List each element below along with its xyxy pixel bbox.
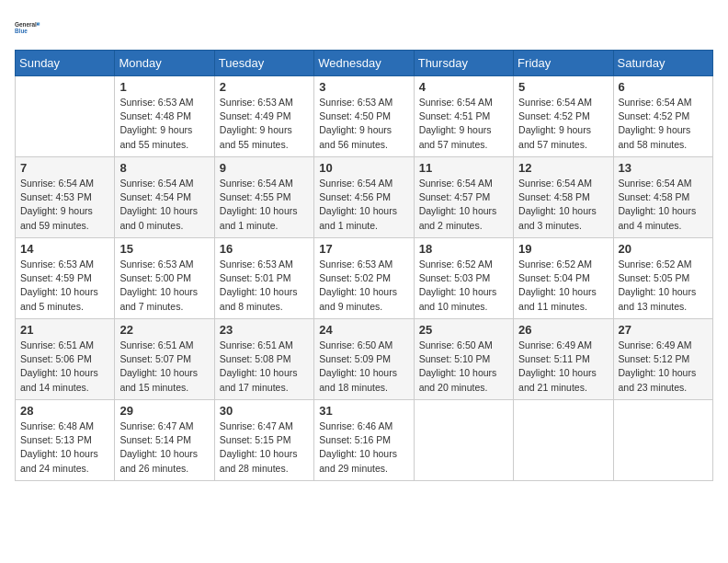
week-row-4: 21Sunrise: 6:51 AMSunset: 5:06 PMDayligh… xyxy=(16,319,713,400)
day-number: 27 xyxy=(619,323,708,337)
week-row-2: 7Sunrise: 6:54 AMSunset: 4:53 PMDaylight… xyxy=(16,157,713,238)
day-number: 20 xyxy=(619,242,708,256)
day-cell: 26Sunrise: 6:49 AMSunset: 5:11 PMDayligh… xyxy=(514,319,613,400)
day-cell: 15Sunrise: 6:53 AMSunset: 5:00 PMDayligh… xyxy=(115,238,214,319)
week-row-5: 28Sunrise: 6:48 AMSunset: 5:13 PMDayligh… xyxy=(16,400,713,481)
day-info: Sunrise: 6:54 AMSunset: 4:57 PMDaylight:… xyxy=(419,177,508,233)
logo-icon: General Blue xyxy=(15,15,40,40)
page-header: General Blue xyxy=(15,15,713,40)
day-info: Sunrise: 6:53 AMSunset: 5:00 PMDaylight:… xyxy=(119,258,209,314)
day-number: 6 xyxy=(619,80,708,94)
day-cell: 7Sunrise: 6:54 AMSunset: 4:53 PMDaylight… xyxy=(16,157,115,238)
day-info: Sunrise: 6:54 AMSunset: 4:58 PMDaylight:… xyxy=(619,177,708,233)
day-cell: 31Sunrise: 6:46 AMSunset: 5:16 PMDayligh… xyxy=(314,400,414,481)
day-info: Sunrise: 6:54 AMSunset: 4:56 PMDaylight:… xyxy=(319,177,408,233)
day-info: Sunrise: 6:50 AMSunset: 5:09 PMDaylight:… xyxy=(319,339,408,395)
day-number: 21 xyxy=(20,323,109,337)
day-number: 13 xyxy=(619,161,708,175)
day-cell: 18Sunrise: 6:52 AMSunset: 5:03 PMDayligh… xyxy=(414,238,513,319)
day-info: Sunrise: 6:51 AMSunset: 5:08 PMDaylight:… xyxy=(220,339,309,395)
day-number: 14 xyxy=(20,242,109,256)
day-cell: 1Sunrise: 6:53 AMSunset: 4:48 PMDaylight… xyxy=(115,76,214,157)
day-number: 11 xyxy=(419,161,508,175)
day-cell: 14Sunrise: 6:53 AMSunset: 4:59 PMDayligh… xyxy=(16,238,115,319)
day-number: 2 xyxy=(220,80,309,94)
day-info: Sunrise: 6:54 AMSunset: 4:53 PMDaylight:… xyxy=(20,177,109,233)
day-number: 28 xyxy=(20,404,109,418)
day-cell: 12Sunrise: 6:54 AMSunset: 4:58 PMDayligh… xyxy=(514,157,613,238)
day-info: Sunrise: 6:54 AMSunset: 4:55 PMDaylight:… xyxy=(220,177,309,233)
day-cell xyxy=(514,400,613,481)
day-info: Sunrise: 6:52 AMSunset: 5:05 PMDaylight:… xyxy=(619,258,708,314)
day-cell xyxy=(414,400,513,481)
day-info: Sunrise: 6:54 AMSunset: 4:54 PMDaylight:… xyxy=(119,177,209,233)
day-info: Sunrise: 6:53 AMSunset: 5:01 PMDaylight:… xyxy=(220,258,309,314)
day-info: Sunrise: 6:53 AMSunset: 4:59 PMDaylight:… xyxy=(20,258,109,314)
calendar-table: SundayMondayTuesdayWednesdayThursdayFrid… xyxy=(15,50,713,481)
weekday-header-row: SundayMondayTuesdayWednesdayThursdayFrid… xyxy=(16,51,713,76)
day-number: 26 xyxy=(518,323,608,337)
day-number: 10 xyxy=(319,161,408,175)
day-cell: 6Sunrise: 6:54 AMSunset: 4:52 PMDaylight… xyxy=(613,76,712,157)
day-info: Sunrise: 6:48 AMSunset: 5:13 PMDaylight:… xyxy=(20,419,109,476)
day-cell: 10Sunrise: 6:54 AMSunset: 4:56 PMDayligh… xyxy=(314,157,414,238)
day-cell: 25Sunrise: 6:50 AMSunset: 5:10 PMDayligh… xyxy=(414,319,513,400)
day-cell: 11Sunrise: 6:54 AMSunset: 4:57 PMDayligh… xyxy=(414,157,513,238)
day-cell: 3Sunrise: 6:53 AMSunset: 4:50 PMDaylight… xyxy=(314,76,414,157)
day-info: Sunrise: 6:52 AMSunset: 5:04 PMDaylight:… xyxy=(518,258,608,314)
day-info: Sunrise: 6:47 AMSunset: 5:14 PMDaylight:… xyxy=(119,419,209,476)
day-info: Sunrise: 6:51 AMSunset: 5:06 PMDaylight:… xyxy=(20,339,109,395)
day-number: 16 xyxy=(220,242,309,256)
day-info: Sunrise: 6:52 AMSunset: 5:03 PMDaylight:… xyxy=(419,258,508,314)
day-info: Sunrise: 6:54 AMSunset: 4:58 PMDaylight:… xyxy=(518,177,608,233)
day-cell: 20Sunrise: 6:52 AMSunset: 5:05 PMDayligh… xyxy=(613,238,712,319)
weekday-header-friday: Friday xyxy=(514,51,613,76)
day-cell: 29Sunrise: 6:47 AMSunset: 5:14 PMDayligh… xyxy=(115,400,214,481)
day-info: Sunrise: 6:51 AMSunset: 5:07 PMDaylight:… xyxy=(119,339,209,395)
day-number: 23 xyxy=(220,323,309,337)
day-info: Sunrise: 6:53 AMSunset: 5:02 PMDaylight:… xyxy=(319,258,408,314)
weekday-header-sunday: Sunday xyxy=(16,51,115,76)
day-number: 4 xyxy=(419,80,508,94)
day-cell: 22Sunrise: 6:51 AMSunset: 5:07 PMDayligh… xyxy=(115,319,214,400)
day-cell: 2Sunrise: 6:53 AMSunset: 4:49 PMDaylight… xyxy=(214,76,313,157)
day-cell xyxy=(613,400,712,481)
day-number: 7 xyxy=(20,161,109,175)
weekday-header-wednesday: Wednesday xyxy=(314,51,414,76)
day-number: 31 xyxy=(319,404,408,418)
day-number: 12 xyxy=(518,161,608,175)
day-cell: 9Sunrise: 6:54 AMSunset: 4:55 PMDaylight… xyxy=(214,157,313,238)
day-info: Sunrise: 6:53 AMSunset: 4:48 PMDaylight:… xyxy=(119,96,209,152)
day-cell: 13Sunrise: 6:54 AMSunset: 4:58 PMDayligh… xyxy=(613,157,712,238)
day-cell: 19Sunrise: 6:52 AMSunset: 5:04 PMDayligh… xyxy=(514,238,613,319)
svg-text:General: General xyxy=(15,21,37,28)
day-number: 19 xyxy=(518,242,608,256)
day-number: 3 xyxy=(319,80,408,94)
day-cell: 30Sunrise: 6:47 AMSunset: 5:15 PMDayligh… xyxy=(214,400,313,481)
day-number: 17 xyxy=(319,242,408,256)
day-cell: 8Sunrise: 6:54 AMSunset: 4:54 PMDaylight… xyxy=(115,157,214,238)
day-cell: 4Sunrise: 6:54 AMSunset: 4:51 PMDaylight… xyxy=(414,76,513,157)
day-number: 9 xyxy=(220,161,309,175)
day-cell: 5Sunrise: 6:54 AMSunset: 4:52 PMDaylight… xyxy=(514,76,613,157)
day-number: 30 xyxy=(220,404,309,418)
day-info: Sunrise: 6:54 AMSunset: 4:52 PMDaylight:… xyxy=(518,96,608,152)
weekday-header-saturday: Saturday xyxy=(613,51,712,76)
weekday-header-thursday: Thursday xyxy=(414,51,513,76)
day-number: 29 xyxy=(119,404,209,418)
day-info: Sunrise: 6:47 AMSunset: 5:15 PMDaylight:… xyxy=(220,419,309,476)
day-info: Sunrise: 6:46 AMSunset: 5:16 PMDaylight:… xyxy=(319,419,408,476)
day-cell: 27Sunrise: 6:49 AMSunset: 5:12 PMDayligh… xyxy=(613,319,712,400)
day-number: 1 xyxy=(119,80,209,94)
day-info: Sunrise: 6:49 AMSunset: 5:12 PMDaylight:… xyxy=(619,339,708,395)
day-number: 18 xyxy=(419,242,508,256)
day-number: 25 xyxy=(419,323,508,337)
day-cell: 17Sunrise: 6:53 AMSunset: 5:02 PMDayligh… xyxy=(314,238,414,319)
weekday-header-tuesday: Tuesday xyxy=(214,51,313,76)
day-number: 15 xyxy=(119,242,209,256)
day-cell: 21Sunrise: 6:51 AMSunset: 5:06 PMDayligh… xyxy=(16,319,115,400)
day-info: Sunrise: 6:53 AMSunset: 4:50 PMDaylight:… xyxy=(319,96,408,152)
day-cell: 23Sunrise: 6:51 AMSunset: 5:08 PMDayligh… xyxy=(214,319,313,400)
day-cell: 24Sunrise: 6:50 AMSunset: 5:09 PMDayligh… xyxy=(314,319,414,400)
svg-text:Blue: Blue xyxy=(15,28,28,34)
